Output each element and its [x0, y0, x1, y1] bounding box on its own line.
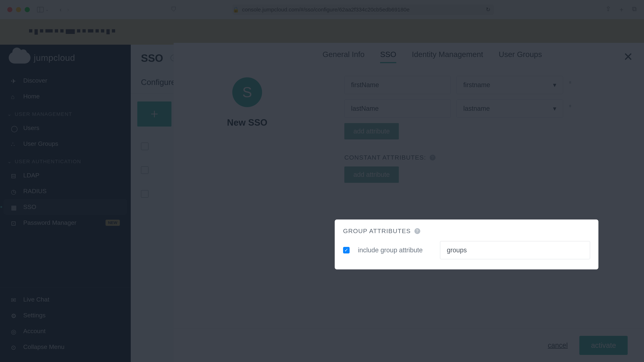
discover-icon: ✈ [11, 77, 17, 84]
attr-name-input[interactable] [344, 76, 451, 94]
chevron-down-icon: ▾ [553, 105, 556, 112]
tab-sso[interactable]: SSO [380, 50, 396, 63]
back-icon[interactable]: ‹ [60, 6, 62, 13]
user-icon: ◯ [11, 125, 17, 131]
browser-toolbar: ⌄ ‹ › ⛉ 🔒 console.jumpcloud.com/#/sso/co… [0, 0, 644, 19]
help-icon[interactable]: ? [430, 155, 436, 160]
chevron-down-icon: ⌄ [7, 158, 12, 164]
sidebar-item-radius[interactable]: ◷ RADIUS [0, 183, 131, 199]
collapse-icon: ⊙ [11, 344, 17, 350]
obscured-bar [0, 19, 644, 45]
section-label: USER AUTHENTICATION [15, 159, 81, 164]
chevron-down-icon[interactable]: ⌄ [46, 7, 49, 12]
new-badge: NEW [106, 220, 120, 226]
privacy-icon[interactable]: ⛉ [171, 6, 177, 13]
cancel-button[interactable]: cancel [548, 342, 568, 349]
share-icon[interactable]: ⇪ [606, 5, 611, 14]
attribute-row: firstname ▾ 🗑 [344, 76, 620, 94]
app-badge: S [232, 77, 262, 107]
app-name: New SSO [227, 117, 267, 128]
sidebar-label: Discover [23, 77, 47, 84]
sidebar-label: Live Chat [23, 296, 50, 303]
include-group-checkbox[interactable]: ✓ [343, 247, 350, 253]
sidebar-label: Settings [23, 312, 46, 319]
window-controls [7, 7, 30, 12]
add-attribute-button[interactable]: add attribute [344, 123, 399, 139]
trash-icon[interactable]: 🗑 [569, 104, 576, 113]
sidebar-item-password-manager[interactable]: ⊡ Password Manager NEW [0, 215, 131, 231]
tabs-icon[interactable]: ⧉ [632, 5, 637, 14]
sidebar-label: Collapse Menu [23, 343, 64, 350]
group-icon: ∴ [11, 141, 17, 147]
section-user-management[interactable]: ⌄ USER MANAGEMENT [0, 104, 131, 120]
tab-general-info[interactable]: General Info [322, 50, 364, 63]
sidebar-item-ldap[interactable]: ⊟ LDAP [0, 167, 131, 183]
reload-icon[interactable]: ↻ [486, 6, 490, 13]
select-all-checkbox[interactable] [141, 142, 148, 150]
breadcrumb-label: Configure [141, 78, 176, 87]
sidebar-item-sso[interactable]: ▦ SSO [4, 199, 127, 215]
add-application-button[interactable] [137, 101, 172, 126]
home-icon: ⌂ [11, 93, 17, 99]
sidebar-label: Home [23, 93, 40, 100]
close-icon[interactable]: ✕ [623, 50, 633, 63]
address-bar[interactable]: 🔒 console.jumpcloud.com/#/sso/configure/… [232, 4, 494, 15]
radius-icon: ◷ [11, 188, 17, 194]
chevron-down-icon: ⌄ [7, 111, 12, 117]
sidebar-item-collapse[interactable]: ⊙ Collapse Menu [0, 339, 131, 355]
add-constant-attribute-button[interactable]: add attribute [344, 166, 399, 183]
select-value: firstname [463, 81, 490, 89]
include-group-label: include group attribute [358, 246, 422, 254]
sidebar: jumpcloud ✈ Discover ⌂ Home ⌄ USER MANAG… [0, 45, 131, 362]
section-label: USER MANAGEMENT [15, 111, 72, 117]
tab-identity-management[interactable]: Identity Management [412, 50, 483, 63]
page-title: SSO [141, 52, 163, 64]
url-text: console.jumpcloud.com/#/sso/configure/62… [242, 6, 410, 13]
sidebar-item-home[interactable]: ⌂ Home [0, 88, 131, 104]
help-icon[interactable]: ? [414, 228, 420, 234]
group-attribute-input[interactable] [440, 241, 590, 259]
sidebar-item-live-chat[interactable]: ✉ Live Chat [0, 292, 131, 307]
account-icon: ◎ [11, 328, 17, 334]
group-attributes-section: GROUP ATTRIBUTES ? ✓ include group attri… [335, 220, 598, 269]
gear-icon: ⚙ [11, 312, 17, 319]
sidebar-item-discover[interactable]: ✈ Discover [0, 73, 131, 88]
maximize-window-icon[interactable] [25, 7, 30, 12]
sidebar-item-account[interactable]: ◎ Account [0, 323, 131, 339]
sidebar-item-user-groups[interactable]: ∴ User Groups [0, 136, 131, 152]
constant-attributes-label: CONSTANT ATTRIBUTES: ? [344, 154, 620, 161]
configure-panel: ✕ S New SSO General Info SSO Identity Ma… [174, 43, 644, 362]
app-badge-letter: S [242, 84, 252, 101]
sidebar-label: SSO [23, 203, 36, 210]
activate-button[interactable]: activate [579, 336, 628, 355]
sso-icon: ▦ [11, 204, 17, 210]
select-value: lastname [463, 105, 490, 112]
sidebar-label: Users [23, 124, 40, 131]
sidebar-item-settings[interactable]: ⚙ Settings [0, 307, 131, 323]
panel-tabs: General Info SSO Identity Management Use… [321, 50, 644, 69]
trash-icon[interactable]: 🗑 [569, 81, 576, 89]
chat-icon: ✉ [11, 297, 17, 303]
section-text: CONSTANT ATTRIBUTES: [344, 154, 426, 161]
section-user-authentication[interactable]: ⌄ USER AUTHENTICATION [0, 152, 131, 167]
row-checkbox[interactable] [141, 190, 148, 198]
attr-value-select[interactable]: firstname ▾ [456, 76, 563, 94]
close-window-icon[interactable] [7, 7, 12, 12]
attribute-row: lastname ▾ 🗑 [344, 99, 620, 118]
panel-content: General Info SSO Identity Management Use… [321, 43, 644, 329]
new-tab-icon[interactable]: ＋ [618, 5, 625, 14]
sidebar-toggle-icon[interactable] [37, 7, 44, 12]
group-attributes-label: GROUP ATTRIBUTES ? [343, 228, 590, 235]
attr-value-select[interactable]: lastname ▾ [456, 99, 563, 118]
ldap-icon: ⊟ [11, 172, 17, 178]
minimize-window-icon[interactable] [16, 7, 21, 12]
sidebar-item-users[interactable]: ◯ Users [0, 120, 131, 136]
attr-name-input[interactable] [344, 99, 451, 118]
sidebar-label: LDAP [23, 172, 40, 179]
row-checkbox[interactable] [141, 166, 148, 174]
tab-user-groups[interactable]: User Groups [499, 50, 542, 63]
brand-logo[interactable]: jumpcloud [0, 52, 131, 73]
section-text: GROUP ATTRIBUTES [343, 228, 411, 235]
chevron-down-icon: ▾ [553, 81, 556, 89]
plus-icon [150, 110, 159, 118]
